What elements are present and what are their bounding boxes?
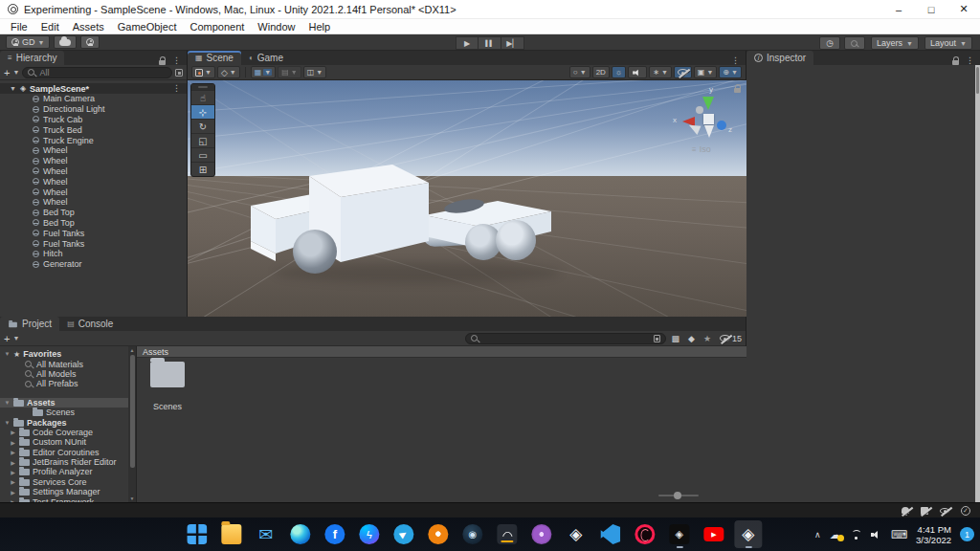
- tab-inspector[interactable]: i Inspector: [746, 51, 813, 65]
- gizmo-free-handle[interactable]: [696, 106, 703, 114]
- close-button[interactable]: ✕: [947, 0, 980, 18]
- steam-icon[interactable]: ◉: [458, 520, 486, 548]
- unity-hub-icon[interactable]: ◈: [665, 520, 693, 548]
- grid-visibility-button[interactable]: ▦▼: [251, 66, 277, 78]
- gizmo-center-cube[interactable]: [703, 114, 714, 124]
- project-tree-item[interactable]: ▶ Custom NUnit: [0, 437, 136, 447]
- account-dropdown[interactable]: GD ▼: [6, 35, 50, 49]
- project-search[interactable]: [465, 333, 666, 344]
- menu-item[interactable]: File: [4, 19, 34, 34]
- project-tree-item[interactable]: All Prefabs: [0, 379, 136, 388]
- gizmo-y-axis[interactable]: [702, 97, 714, 110]
- menu-item[interactable]: Component: [183, 19, 251, 34]
- hierarchy-item[interactable]: Wheel: [0, 166, 187, 177]
- toggle-2d-button[interactable]: 2D: [592, 66, 610, 78]
- hierarchy-item[interactable]: Wheel: [0, 156, 187, 166]
- layers-dropdown[interactable]: Layers▼: [871, 36, 919, 50]
- youtube-icon[interactable]: [700, 520, 727, 548]
- version-control-button[interactable]: ◷: [819, 36, 840, 50]
- menu-item[interactable]: Edit: [34, 19, 66, 34]
- project-tree-item[interactable]: All Models: [0, 369, 136, 379]
- project-tree-item[interactable]: ▶ Settings Manager: [0, 487, 136, 496]
- scenes-folder-icon[interactable]: [150, 362, 185, 387]
- layout-dropdown[interactable]: Layout▼: [924, 36, 972, 50]
- vscode-icon[interactable]: [596, 520, 624, 548]
- hierarchy-item[interactable]: Hitch: [0, 249, 187, 259]
- tab-scene[interactable]: ▦ Scene: [188, 51, 241, 65]
- scene-audio-button[interactable]: [628, 66, 647, 78]
- hierarchy-item[interactable]: Truck Cab: [0, 115, 187, 125]
- tool-pivot-button[interactable]: ▼: [191, 66, 215, 78]
- chevron-down-icon[interactable]: ▼: [12, 69, 19, 76]
- tool-space-button[interactable]: ◇▼: [217, 66, 240, 78]
- kebab-menu-icon[interactable]: ⋮: [966, 56, 974, 65]
- clock[interactable]: 4:41 PM 3/3/2022: [916, 524, 951, 545]
- lock-icon[interactable]: [159, 60, 166, 65]
- project-tree-item[interactable]: ▶ JetBrains Rider Editor: [0, 457, 136, 467]
- hierarchy-item[interactable]: Main Camera: [0, 94, 187, 104]
- grid-snapping-button[interactable]: ▤▼: [278, 66, 301, 78]
- search-by-type-icon[interactable]: ▩: [671, 334, 679, 343]
- create-asset-button[interactable]: +: [4, 334, 10, 343]
- notifications-muted-icon[interactable]: [902, 507, 909, 514]
- hierarchy-item[interactable]: Wheel: [0, 176, 187, 187]
- cloud-services-button[interactable]: [54, 35, 77, 49]
- tree-scrollbar[interactable]: ▲ ▼: [128, 346, 136, 502]
- assets-pane[interactable]: Assets Scenes: [137, 346, 746, 502]
- tor-browser-icon[interactable]: [527, 520, 555, 548]
- maximize-button[interactable]: □: [915, 0, 947, 18]
- inspector-scrollbar[interactable]: [975, 65, 980, 502]
- snap-increment-button[interactable]: ◫▼: [303, 66, 327, 78]
- unity-cube-icon[interactable]: ◈: [562, 520, 590, 548]
- menu-item[interactable]: Assets: [66, 19, 111, 34]
- project-tree-item[interactable]: ▼ ★ Favorites: [0, 349, 136, 359]
- gizmos-dropdown[interactable]: ⊕▼: [719, 66, 742, 78]
- messenger-icon[interactable]: ϟ: [355, 520, 383, 548]
- rotate-tool-icon[interactable]: ↻: [191, 119, 214, 133]
- blender-icon[interactable]: [424, 520, 452, 548]
- scene-picker-icon[interactable]: [175, 69, 183, 77]
- scale-tool-icon[interactable]: ◱: [191, 133, 214, 147]
- hierarchy-item[interactable]: Truck Bed: [0, 124, 187, 135]
- gizmo-z-axis[interactable]: [717, 121, 726, 130]
- project-search-input[interactable]: [482, 334, 651, 343]
- package-hidden-icon[interactable]: [921, 507, 928, 515]
- transform-tool-icon[interactable]: ⊞: [191, 162, 214, 176]
- notification-count-badge[interactable]: 1: [960, 527, 974, 541]
- file-explorer-icon[interactable]: [217, 520, 245, 548]
- hierarchy-item[interactable]: Fuel Tanks: [0, 238, 187, 249]
- hierarchy-item[interactable]: Directional Light: [0, 104, 187, 115]
- mobile-hotspot-icon[interactable]: [493, 520, 521, 548]
- menu-item[interactable]: Help: [301, 19, 337, 34]
- wifi-icon[interactable]: [850, 530, 862, 540]
- project-tree-item[interactable]: ▶ Editor Coroutines: [0, 448, 136, 457]
- favorites-star-icon[interactable]: ★: [703, 334, 711, 343]
- gizmo-axis-cone[interactable]: [686, 121, 701, 135]
- move-tool-icon[interactable]: ⊹: [191, 104, 214, 119]
- project-tree-item[interactable]: ▶ Code Coverage: [0, 428, 136, 437]
- search-by-label-icon[interactable]: ◆: [688, 334, 695, 343]
- hierarchy-item[interactable]: Generator: [0, 259, 187, 270]
- rect-tool-icon[interactable]: ▭: [191, 147, 214, 162]
- gizmo-lock-icon[interactable]: [734, 88, 741, 93]
- foldout-icon[interactable]: ▼: [10, 85, 16, 92]
- camera-settings-dropdown[interactable]: ▣▼: [694, 66, 718, 78]
- pause-button[interactable]: ▌▌: [479, 36, 501, 50]
- opera-icon[interactable]: [631, 520, 658, 548]
- hierarchy-search-input[interactable]: [39, 68, 167, 77]
- background-tasks-done-icon[interactable]: ✓: [961, 506, 970, 516]
- start-button[interactable]: [183, 520, 211, 548]
- project-tree-item[interactable]: ▶ Profile Analyzer: [0, 467, 136, 476]
- project-tree-item[interactable]: Scenes: [0, 408, 136, 417]
- visibility-off-icon[interactable]: [940, 508, 949, 514]
- render-mode-dropdown[interactable]: ○▼: [569, 66, 590, 78]
- scene-visibility-button[interactable]: [674, 66, 692, 78]
- facebook-icon[interactable]: f: [321, 520, 348, 548]
- tab-hierarchy[interactable]: ≡ Hierarchy: [0, 51, 64, 65]
- tab-project[interactable]: Project: [0, 317, 59, 331]
- mail-icon[interactable]: ✉: [252, 520, 279, 548]
- effects-dropdown[interactable]: ∗▼: [649, 66, 672, 78]
- kebab-menu-icon[interactable]: ⋮: [731, 56, 740, 65]
- project-tree-item[interactable]: ▼ Assets: [0, 398, 136, 408]
- hierarchy-item[interactable]: Fuel Tanks: [0, 228, 187, 238]
